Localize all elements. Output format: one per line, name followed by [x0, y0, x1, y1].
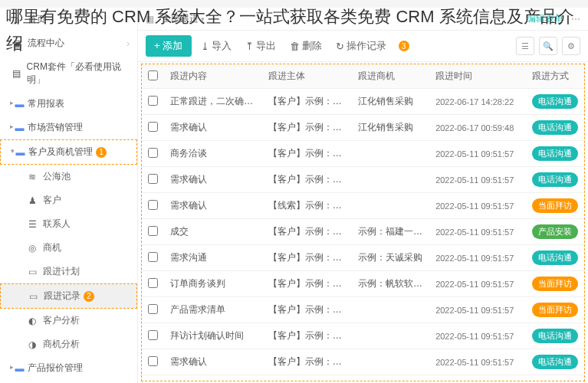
cell-time: 2022-05-11 09:51:57 [429, 167, 526, 193]
row-checkbox[interactable] [148, 304, 158, 314]
row-checkbox[interactable] [148, 330, 158, 340]
table-row[interactable]: 需求确认【客户】示例：衢州...2022-05-11 09:51:57电话沟通 [142, 167, 584, 193]
edit-form-link[interactable]: 编辑表单 [527, 12, 563, 25]
sidebar-item-4[interactable]: ▸▬市场营销管理 [0, 116, 137, 139]
column-header-0[interactable] [142, 64, 164, 89]
sidebar-item-label: 市场营销管理 [28, 121, 83, 134]
filter-button[interactable]: ☰ [516, 37, 534, 55]
cell-subject: 【客户】示例：衢州... [262, 167, 352, 193]
select-all-checkbox[interactable] [148, 70, 158, 80]
sidebar-icon: ☰ [26, 219, 38, 230]
row-checkbox[interactable] [148, 252, 158, 262]
table-row[interactable]: 产品需求清单【客户】示例：福建...2022-05-11 09:51:57当面拜… [142, 297, 584, 323]
sidebar-item-14[interactable]: ▸▬产品报价管理 [0, 356, 137, 380]
cell-time: 2022-05-11 09:51:57 [429, 349, 526, 375]
cell-subject: 【客户】示例：浙江... [262, 375, 352, 382]
row-checkbox[interactable] [148, 226, 158, 236]
method-tag: 当面拜访 [532, 303, 578, 317]
sidebar-item-label: 公海池 [43, 170, 71, 183]
table-row[interactable]: 拜访时间确认【客户】示例：浙江...2022-05-11 09:51:57电话沟… [142, 375, 584, 382]
cell-content: 商务洽谈 [164, 141, 262, 167]
sidebar-item-label: 流程中心 [28, 37, 64, 50]
cell-subject: 【客户】示例：浙江... [262, 349, 352, 375]
sidebar-item-7[interactable]: ♟客户 [0, 188, 137, 212]
sidebar-item-10[interactable]: ▭跟进计划 [0, 260, 137, 283]
cell-content: 需求确认 [164, 193, 262, 219]
table-row[interactable]: 商务洽谈【客户】示例：衢州...2022-05-11 09:51:57电话沟通 [142, 141, 584, 167]
table-row[interactable]: 订单商务谈判【客户】示例：帆软...示例：帆软软件采购...2022-05-11… [142, 271, 584, 297]
table-row[interactable]: 需求确认【客户】示例：衢州...江化销售采购2022-06-17 00:59:4… [142, 115, 584, 141]
sidebar-icon: ▭ [27, 291, 39, 302]
row-checkbox[interactable] [148, 278, 158, 288]
row-checkbox[interactable] [148, 174, 158, 184]
cell-method: 产品安装 [526, 219, 584, 245]
row-checkbox[interactable] [148, 356, 158, 366]
method-tag: 电话沟通 [532, 381, 578, 381]
cell-subject: 【客户】示例：福建... [262, 219, 352, 245]
export-button[interactable]: ⤒导出 [241, 36, 281, 56]
view-dropdown[interactable]: 全部跟进 [162, 12, 205, 25]
cell-subject: 【客户】示例：衢州... [262, 89, 352, 115]
sidebar-item-12[interactable]: ◐客户分析 [0, 309, 137, 332]
method-tag: 电话沟通 [532, 250, 578, 265]
sidebar-item-0[interactable]: ⌂首页 [0, 8, 137, 31]
table-row[interactable]: 需求沟通【客户】示例：北京...示例：天诚采购2022-05-11 09:51:… [142, 245, 584, 271]
column-header-4[interactable]: 跟进时间 [429, 64, 526, 89]
cell-time: 2022-05-11 09:51:57 [429, 141, 526, 167]
folder-icon: ▸▬ [11, 363, 23, 374]
cell-time: 2022-05-11 09:51:57 [429, 219, 526, 245]
sidebar-item-6[interactable]: ≋公海池 [0, 165, 137, 188]
sidebar-item-label: CRM套件「必看使用说明」 [27, 61, 130, 87]
table-container: 跟进内容跟进主体跟进商机跟进时间跟进方式 正常跟进，二次确认需求。【客户】示例：… [141, 64, 585, 381]
sidebar: ⌂首页▣流程中心›▤CRM套件「必看使用说明」▸▬常用报表▸▬市场营销管理▾▬客… [0, 8, 138, 383]
cell-content: 成交 [164, 219, 262, 245]
sidebar-item-label: 常用报表 [28, 97, 64, 110]
folder-icon: ▸▬ [11, 123, 23, 133]
settings-button[interactable]: ⚙ [562, 37, 580, 55]
cell-opp [352, 375, 429, 382]
cell-opp [352, 323, 429, 349]
sidebar-icon: ▤ [11, 68, 22, 79]
sidebar-item-9[interactable]: ◎商机 [0, 236, 137, 260]
sidebar-item-11[interactable]: ▭跟进记录2 [0, 283, 137, 309]
table-row[interactable]: 正常跟进，二次确认需求。【客户】示例：衢州...江化销售采购2022-06-17… [142, 89, 584, 115]
table-row[interactable]: 需求确认【线索】示例：衢州...2022-05-11 09:51:57当面拜访 [142, 193, 584, 219]
cell-method: 电话沟通 [526, 375, 584, 382]
method-tag: 产品安装 [532, 224, 578, 239]
import-button[interactable]: ⤓导入 [196, 36, 236, 56]
row-checkbox[interactable] [148, 200, 158, 210]
column-header-3[interactable]: 跟进商机 [352, 64, 429, 89]
sidebar-icon: ♟ [26, 195, 38, 206]
sidebar-item-8[interactable]: ☰联系人 [0, 212, 137, 236]
cell-content: 拜访计划确认时间 [164, 323, 262, 349]
sidebar-item-1[interactable]: ▣流程中心› [0, 31, 137, 55]
method-tag: 电话沟通 [532, 120, 578, 135]
column-header-1[interactable]: 跟进内容 [164, 64, 262, 89]
sidebar-item-15[interactable]: ▸▬合同/回款/开票管理 [0, 380, 137, 383]
more-icon[interactable]: ⋯ [571, 14, 580, 25]
row-checkbox[interactable] [148, 96, 158, 106]
table-row[interactable]: 拜访计划确认时间【客户】示例：福建...2022-05-11 09:51:57电… [142, 323, 584, 349]
cell-time: 2022-05-11 09:51:57 [429, 271, 526, 297]
row-checkbox[interactable] [148, 148, 158, 158]
column-header-2[interactable]: 跟进主体 [262, 64, 352, 89]
grid-icon[interactable]: ▦ [146, 14, 154, 25]
delete-button[interactable]: 🗑删除 [285, 36, 327, 56]
sidebar-item-2[interactable]: ▤CRM套件「必看使用说明」 [0, 55, 137, 92]
cell-time: 2022-05-11 09:51:57 [429, 297, 526, 323]
add-button[interactable]: + 添加 [146, 35, 192, 57]
table-row[interactable]: 成交【客户】示例：福建...示例：福建一高2月...2022-05-11 09:… [142, 219, 584, 245]
table-row[interactable]: 需求确认【客户】示例：浙江...2022-05-11 09:51:57电话沟通 [142, 349, 584, 375]
sidebar-item-13[interactable]: ◑商机分析 [0, 332, 137, 356]
sidebar-icon: ◎ [26, 243, 38, 254]
sidebar-item-3[interactable]: ▸▬常用报表 [0, 92, 137, 116]
sidebar-icon: ◐ [26, 316, 38, 326]
column-header-5[interactable]: 跟进方式 [526, 64, 584, 89]
cell-subject: 【客户】示例：福建... [262, 297, 352, 323]
method-tag: 当面拜访 [532, 277, 578, 291]
row-checkbox[interactable] [148, 122, 158, 132]
sidebar-item-5[interactable]: ▾▬客户及商机管理1 [0, 139, 137, 165]
app-container: ⌂首页▣流程中心›▤CRM套件「必看使用说明」▸▬常用报表▸▬市场营销管理▾▬客… [0, 0, 588, 383]
oplog-button[interactable]: ↻操作记录 [331, 36, 391, 56]
search-button[interactable]: 🔍 [539, 37, 557, 55]
